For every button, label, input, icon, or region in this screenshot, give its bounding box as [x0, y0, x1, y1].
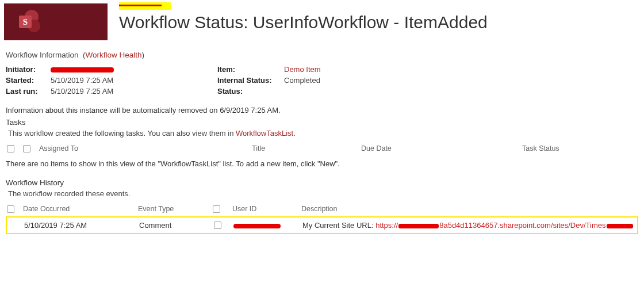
svg-text:S: S: [23, 17, 28, 26]
tasks-header-row: Assigned To Title Due Date Task Status: [6, 141, 638, 156]
history-header-row: Date Occurred Event Type User ID Descrip…: [6, 201, 638, 216]
workflow-info-label: Workflow Information: [6, 51, 79, 59]
lastrun-label: Last run:: [6, 87, 47, 96]
history-row-highlighted: 5/10/2019 7:25 AM Comment My Current Sit…: [6, 216, 638, 234]
initiator-label: Initiator:: [6, 65, 47, 74]
started-label: Started:: [6, 76, 47, 85]
url-end-redacted: [607, 224, 633, 228]
tasks-desc: This workflow created the following task…: [8, 129, 638, 138]
col-description[interactable]: Description: [301, 205, 637, 213]
col-userid[interactable]: User ID: [232, 205, 301, 213]
page-title: Workflow Status: UserInfoWorkflow - Item…: [119, 13, 488, 32]
started-value: 5/10/2019 7:25 AM: [51, 76, 114, 85]
col-checkbox[interactable]: [23, 145, 30, 152]
initiator-value: [51, 65, 114, 74]
col-date[interactable]: Date Occurred: [23, 205, 138, 213]
internal-status-value: Completed: [284, 76, 321, 85]
col-eventtype[interactable]: Event Type: [138, 205, 213, 213]
workflow-info-table: Initiator: Started: 5/10/2019 7:25 AM La…: [6, 65, 638, 96]
sharepoint-icon: S: [17, 9, 43, 35]
site-logo: S: [4, 3, 108, 40]
hist-user: [233, 221, 302, 230]
item-link[interactable]: Demo Item: [284, 65, 321, 74]
status-value: [284, 87, 321, 96]
url-mid-redacted: [398, 224, 439, 228]
workflow-info-heading: Workflow Information (Workflow Health): [6, 51, 638, 59]
col-assigned[interactable]: Assigned To: [39, 144, 252, 152]
hist-description: My Current Site URL: https://8a5d4d11364…: [302, 221, 636, 230]
select-all-checkbox[interactable]: [7, 145, 14, 152]
hist-select-all-checkbox[interactable]: [7, 205, 14, 213]
col-due[interactable]: Due Date: [361, 144, 522, 152]
hist-row-checkbox[interactable]: [214, 222, 221, 229]
col-user-checkbox[interactable]: [213, 205, 220, 213]
history-desc: The workflow recorded these events.: [8, 189, 638, 198]
workflow-health-link[interactable]: Workflow Health: [86, 51, 142, 59]
hist-date: 5/10/2019 7:25 AM: [24, 221, 139, 230]
col-taskstatus[interactable]: Task Status: [522, 144, 637, 152]
workflow-tasklist-link[interactable]: WorkflowTaskList: [236, 129, 293, 138]
tasks-empty: There are no items to show in this view …: [6, 159, 638, 168]
status-label: Status:: [217, 87, 281, 96]
col-title[interactable]: Title: [252, 144, 361, 152]
hist-type: Comment: [139, 221, 214, 230]
item-label: Item:: [217, 65, 281, 74]
tasks-heading: Tasks: [6, 118, 638, 127]
history-heading: Workflow History: [6, 178, 638, 187]
breadcrumb-redacted: [119, 2, 171, 10]
lastrun-value: 5/10/2019 7:25 AM: [51, 87, 114, 96]
auto-remove-text: Information about this instance will be …: [6, 106, 638, 115]
internal-status-label: Internal Status:: [217, 76, 281, 85]
